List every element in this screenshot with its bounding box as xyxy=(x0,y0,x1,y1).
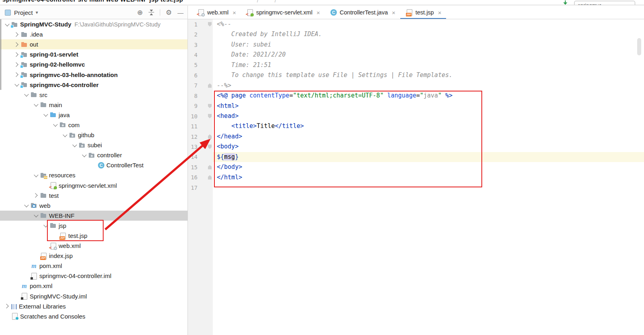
tree-item-controller[interactable]: controller xyxy=(0,150,187,160)
fold-marker-end-icon[interactable] xyxy=(208,134,212,139)
line-number[interactable]: 14 xyxy=(191,154,198,160)
tree-item-github[interactable]: github xyxy=(0,130,187,140)
editor-line-12[interactable]: </head> xyxy=(213,132,644,142)
line-number[interactable]: 10 xyxy=(191,113,198,120)
tree-item-out[interactable]: out xyxy=(0,39,187,49)
editor-line-11[interactable]: <title>Title</title> xyxy=(213,121,644,131)
fold-marker-start-icon[interactable] xyxy=(208,144,212,149)
editor-line-13[interactable]: <body> xyxy=(213,142,644,152)
editor-line-10[interactable]: <head> xyxy=(213,111,644,121)
tree-item-springmvc-study[interactable]: SpringMVC-StudyF:\Java\Github\SpringMVC-… xyxy=(0,19,187,29)
tab-close-icon[interactable]: × xyxy=(392,9,395,16)
line-number[interactable]: 2 xyxy=(194,31,198,38)
chevron-collapsed-icon[interactable] xyxy=(14,61,20,68)
line-number[interactable]: 11 xyxy=(191,123,198,130)
tab-web-xml[interactable]: <web.xml× xyxy=(192,6,241,19)
line-number[interactable]: 9 xyxy=(194,103,198,109)
chevron-expanded-icon[interactable] xyxy=(23,91,30,98)
chevron-expanded-icon[interactable] xyxy=(71,142,78,148)
tab-springmvc-servlet-xml[interactable]: <springmvc-servlet.xml× xyxy=(241,6,325,19)
chevron-expanded-icon[interactable] xyxy=(33,102,39,108)
fold-marker-start-icon[interactable] xyxy=(208,114,212,118)
line-number[interactable]: 3 xyxy=(194,42,198,48)
editor-line-4[interactable]: Date: 2021/2/20 xyxy=(213,50,644,60)
tree-item-springmvc-servlet-xml[interactable]: <springmvc-servlet.xml xyxy=(0,181,187,191)
tree-item-main[interactable]: main xyxy=(0,100,187,110)
tree-item-springmvc-03-hello-annotation[interactable]: springmvc-03-hello-annotation xyxy=(0,69,187,79)
editor-line-2[interactable]: Created by IntelliJ IDEA. xyxy=(213,29,644,39)
tree-item-index-jsp[interactable]: JSPindex.jsp xyxy=(0,251,187,261)
line-number[interactable]: 5 xyxy=(194,62,198,68)
tree-item-src[interactable]: src xyxy=(0,90,187,100)
editor-line-9[interactable]: <html> xyxy=(213,101,644,111)
fold-marker-end-icon[interactable] xyxy=(208,175,212,180)
line-number[interactable]: 7 xyxy=(194,82,198,89)
chevron-expanded-icon[interactable] xyxy=(14,81,20,88)
chevron-expanded-icon[interactable] xyxy=(4,21,10,28)
line-number[interactable]: 1 xyxy=(194,21,198,28)
chevron-collapsed-icon[interactable] xyxy=(14,31,20,38)
fold-marker-start-icon[interactable] xyxy=(208,22,212,26)
editor-line-17[interactable] xyxy=(213,183,644,193)
line-number[interactable]: 6 xyxy=(194,72,198,79)
chevron-collapsed-icon[interactable] xyxy=(4,303,10,309)
tree-item-web-xml[interactable]: <web.xml xyxy=(0,241,187,251)
run-config-selector[interactable]: springmvc xyxy=(574,1,635,5)
settings-gear-icon[interactable]: ⚙ xyxy=(166,9,172,16)
tree-item-external-libraries[interactable]: External Libraries xyxy=(0,301,187,311)
chevron-expanded-icon[interactable] xyxy=(33,172,39,179)
tree-item-jsp[interactable]: jsp xyxy=(0,221,187,231)
editor-line-15[interactable]: </body> xyxy=(213,162,644,172)
chevron-collapsed-icon[interactable] xyxy=(14,71,20,78)
line-number[interactable]: 8 xyxy=(194,93,198,99)
chevron-expanded-icon[interactable] xyxy=(43,112,49,118)
editor-line-6[interactable]: To change this template use File | Setti… xyxy=(213,70,644,80)
chevron-down-icon[interactable]: ▾ xyxy=(36,10,38,15)
tree-item-com[interactable]: com xyxy=(0,120,187,130)
editor-line-3[interactable]: User: subei xyxy=(213,40,644,50)
tree-item-spring-01-servlet[interactable]: spring-01-servlet xyxy=(0,49,187,59)
chevron-expanded-icon[interactable] xyxy=(43,222,49,229)
chevron-expanded-icon[interactable] xyxy=(52,122,59,128)
line-number[interactable]: 15 xyxy=(191,164,198,171)
tree-item-spring-02-hellomvc[interactable]: spring-02-hellomvc xyxy=(0,59,187,69)
line-number[interactable]: 13 xyxy=(191,144,198,150)
tree-item-scratches-and-consoles[interactable]: Scratches and Consoles xyxy=(0,311,187,321)
chevron-collapsed-icon[interactable] xyxy=(33,192,39,199)
hide-panel-icon[interactable]: — xyxy=(177,9,183,16)
tree-item-controllertest[interactable]: CControllerTest xyxy=(0,160,187,170)
tree-item-test-jsp[interactable]: JSPtest.jsp xyxy=(0,231,187,241)
locate-icon[interactable]: ⊕ xyxy=(137,9,143,16)
editor-line-16[interactable]: </html> xyxy=(213,173,644,183)
tree-item-springmvc-04-controller[interactable]: springmvc-04-controller xyxy=(0,80,187,90)
tree-item-java[interactable]: java xyxy=(0,110,187,120)
editor-line-1[interactable]: <%-- xyxy=(213,19,644,29)
editor-line-14[interactable]: ${msg} xyxy=(213,152,644,162)
tree-item-springmvc-study-iml[interactable]: SpringMVC-Study.iml xyxy=(0,291,187,301)
tree-item-subei[interactable]: subei xyxy=(0,140,187,150)
chevron-expanded-icon[interactable] xyxy=(23,202,30,209)
tab-close-icon[interactable]: × xyxy=(316,9,320,16)
tab-close-icon[interactable]: × xyxy=(232,9,236,16)
editor-scrollbar-thumb[interactable] xyxy=(637,38,641,55)
tree-item-test[interactable]: test xyxy=(0,191,187,201)
fold-marker-end-icon[interactable] xyxy=(208,165,212,169)
editor-line-8[interactable]: <%@ page contentType="text/html;charset=… xyxy=(213,91,644,101)
tree-item-web-inf[interactable]: WEB-INF xyxy=(0,211,187,221)
chevron-expanded-icon[interactable] xyxy=(62,132,68,138)
line-number[interactable]: 17 xyxy=(191,185,198,191)
editor-code-area[interactable]: <%-- Created by IntelliJ IDEA. User: sub… xyxy=(213,19,644,335)
chevron-expanded-icon[interactable] xyxy=(81,152,88,158)
line-number[interactable]: 4 xyxy=(194,52,198,58)
tree-item--idea[interactable]: .idea xyxy=(0,29,187,39)
tab-controllertest-java[interactable]: CControllerTest.java× xyxy=(325,6,400,19)
tree-item-springmvc-04-controller-iml[interactable]: springmvc-04-controller.iml xyxy=(0,271,187,281)
run-update-arrow-icon[interactable] xyxy=(563,0,568,5)
project-panel-title[interactable]: Project xyxy=(14,9,33,16)
line-number[interactable]: 16 xyxy=(191,174,198,181)
tab-test-jsp[interactable]: JSPtest.jsp× xyxy=(400,6,446,19)
collapse-all-icon[interactable] xyxy=(149,10,154,15)
tree-item-resources[interactable]: resources xyxy=(0,170,187,180)
chevron-collapsed-icon[interactable] xyxy=(14,51,20,58)
tab-close-icon[interactable]: × xyxy=(438,9,442,16)
